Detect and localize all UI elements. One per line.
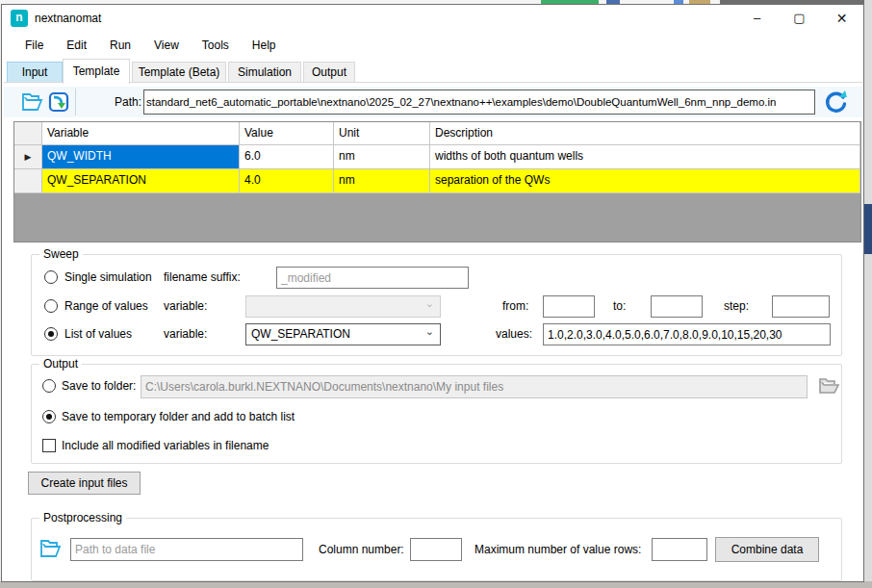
table-corner: [14, 122, 42, 145]
save-folder-path-input[interactable]: [141, 375, 808, 398]
background-artifact: [864, 204, 872, 254]
column-header-unit[interactable]: Unit: [334, 122, 430, 145]
template-tab-page: Path: Variable Value Unit Descri: [4, 82, 862, 580]
menu-tools[interactable]: Tools: [191, 35, 241, 56]
from-label: from:: [502, 299, 528, 313]
menu-help[interactable]: Help: [241, 35, 288, 56]
minimize-button[interactable]: –: [735, 5, 779, 32]
import-arrow-icon: [46, 89, 71, 115]
to-input[interactable]: [651, 295, 703, 318]
data-file-path-input[interactable]: [70, 538, 303, 561]
menu-bar: File Edit Run View Tools Help: [2, 32, 863, 59]
range-of-values-label: Range of values: [64, 299, 148, 313]
path-toolbar: Path:: [4, 87, 862, 117]
filename-suffix-input[interactable]: [276, 267, 469, 289]
row-selector[interactable]: ▶: [14, 145, 42, 169]
browse-folder-button[interactable]: [816, 373, 841, 398]
max-rows-input[interactable]: [652, 538, 707, 561]
tab-simulation[interactable]: Simulation: [228, 62, 301, 83]
max-rows-label: Maximum number of value rows:: [474, 543, 641, 556]
column-number-input[interactable]: [410, 538, 462, 561]
list-variable-value: QW_SEPARATION: [251, 327, 350, 341]
row-selector[interactable]: [14, 169, 42, 193]
combine-data-button[interactable]: Combine data: [715, 537, 819, 562]
app-window: n nextnanomat – ▢ ✕ File Edit Run View T…: [1, 4, 864, 582]
list-of-values-label: List of values: [64, 327, 132, 341]
table-cell-value[interactable]: 6.0: [240, 145, 334, 169]
column-header-description[interactable]: Description: [430, 122, 860, 145]
list-of-values-radio[interactable]: [44, 327, 58, 341]
column-number-label: Column number:: [319, 543, 404, 556]
range-of-values-radio[interactable]: [44, 299, 58, 313]
title-bar[interactable]: n nextnanomat – ▢ ✕: [2, 5, 863, 32]
output-group-title: Output: [39, 357, 82, 371]
include-variables-checkbox[interactable]: [42, 439, 56, 452]
background-strip-bottom: [0, 581, 872, 588]
table-cell-description[interactable]: widths of both quantum wells: [430, 145, 860, 169]
from-input[interactable]: [543, 295, 595, 318]
nextnano-logo-icon: n: [11, 10, 28, 27]
background-strip-right: [864, 0, 872, 588]
menu-run[interactable]: Run: [98, 35, 142, 56]
single-simulation-radio[interactable]: [44, 270, 58, 284]
table-cell-value[interactable]: 4.0: [240, 169, 334, 193]
table-cell-variable[interactable]: QW_WIDTH: [42, 145, 240, 169]
table-cell-unit[interactable]: nm: [334, 145, 430, 169]
list-variable-label: variable:: [164, 327, 207, 341]
tab-strip: Input Template Template (Beta) Simulatio…: [2, 59, 863, 83]
to-label: to:: [613, 299, 626, 313]
postprocessing-group: Postprocessing Column number: Maximum nu…: [31, 518, 842, 581]
folder-icon: [816, 373, 841, 398]
open-template-button[interactable]: [19, 89, 44, 115]
menu-view[interactable]: View: [142, 35, 191, 56]
tab-input[interactable]: Input: [7, 62, 63, 83]
refresh-button[interactable]: [822, 89, 851, 115]
output-group: Output Save to folder: Save to temporary…: [31, 364, 842, 464]
menu-file[interactable]: File: [13, 35, 55, 56]
column-header-variable[interactable]: Variable: [42, 122, 240, 145]
chevron-down-icon: ⌄: [425, 325, 434, 338]
step-input[interactable]: [772, 295, 830, 318]
create-input-files-button[interactable]: Create input files: [28, 472, 141, 495]
step-label: step:: [724, 299, 749, 313]
save-temporary-radio[interactable]: [42, 410, 56, 423]
list-variable-select[interactable]: QW_SEPARATION ⌄: [245, 323, 441, 345]
import-template-button[interactable]: [46, 89, 71, 115]
tab-output[interactable]: Output: [303, 62, 355, 83]
open-folder-icon: [19, 89, 44, 115]
values-label: values:: [496, 327, 532, 341]
include-variables-label: Include all modified variables in filena…: [62, 439, 269, 452]
desktop: n nextnanomat – ▢ ✕ File Edit Run View T…: [0, 0, 872, 588]
save-to-folder-radio[interactable]: [42, 379, 56, 393]
toolbar-divider: [75, 89, 76, 115]
current-row-marker-icon: ▶: [25, 152, 32, 162]
maximize-button[interactable]: ▢: [778, 5, 821, 32]
sweep-group: Sweep Single simulation filename suffix:…: [31, 254, 842, 356]
close-button[interactable]: ✕: [820, 5, 863, 32]
variables-table[interactable]: Variable Value Unit Description ▶ QW_WID…: [13, 121, 861, 243]
path-input[interactable]: [143, 89, 815, 115]
open-data-file-button[interactable]: [38, 536, 63, 561]
range-variable-select[interactable]: ⌄: [245, 295, 441, 318]
save-temporary-label: Save to temporary folder and add to batc…: [62, 410, 295, 423]
values-input[interactable]: [543, 323, 831, 345]
save-to-folder-label: Save to folder:: [62, 379, 136, 393]
table-cell-unit[interactable]: nm: [334, 169, 430, 193]
path-label: Path:: [115, 95, 141, 109]
open-folder-icon: [38, 536, 63, 561]
table-cell-description[interactable]: separation of the QWs: [430, 169, 860, 193]
tab-template-beta[interactable]: Template (Beta): [132, 62, 226, 83]
refresh-icon: [822, 89, 851, 115]
window-title: nextnanomat: [35, 12, 101, 25]
tab-template[interactable]: Template: [63, 59, 130, 84]
menu-edit[interactable]: Edit: [55, 35, 98, 56]
column-header-value[interactable]: Value: [240, 122, 334, 145]
postprocessing-group-title: Postprocessing: [39, 511, 126, 524]
sweep-group-title: Sweep: [39, 247, 83, 261]
range-variable-label: variable:: [164, 299, 207, 313]
table-cell-variable[interactable]: QW_SEPARATION: [42, 169, 240, 193]
single-simulation-label: Single simulation: [64, 270, 152, 284]
chevron-down-icon: ⌄: [425, 297, 434, 310]
filename-suffix-label: filename suffix:: [164, 270, 241, 284]
